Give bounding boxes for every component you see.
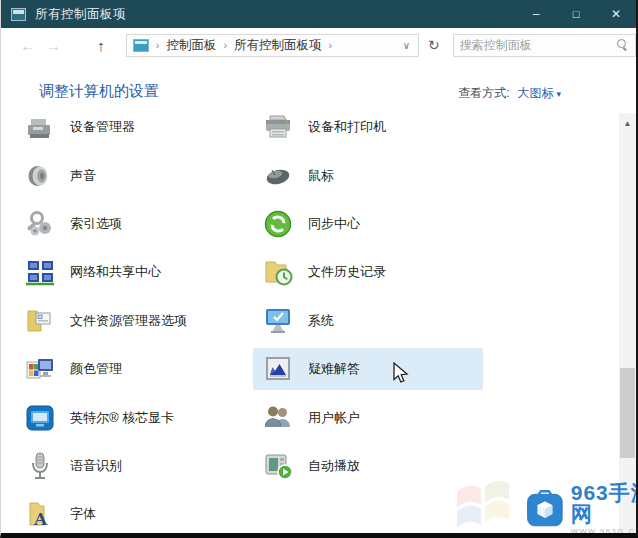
breadcrumb-all-items[interactable]: 所有控制面板项 <box>234 37 322 54</box>
cpl-item-indexing-options[interactable]: 索引选项 <box>15 200 253 248</box>
color-management-icon <box>24 353 56 385</box>
close-button[interactable]: ✕ <box>596 0 636 28</box>
watermark-963: 963手游网 WWW.963G.COM <box>526 482 638 536</box>
cpl-item-label: 文件历史记录 <box>308 263 386 281</box>
scrollbar[interactable]: ▲ <box>619 113 636 533</box>
caret-down-icon[interactable]: ▾ <box>556 89 561 99</box>
cpl-item-sync-center[interactable]: 同步中心 <box>253 200 619 248</box>
cpl-item-label: 系统 <box>308 312 334 330</box>
cpl-item-label: 文件资源管理器选项 <box>70 312 187 330</box>
cpl-item-label: 疑难解答 <box>308 360 360 378</box>
cpl-item-file-history[interactable]: 文件历史记录 <box>253 248 619 296</box>
cpl-item-label: 字体 <box>70 505 96 523</box>
page-header: 调整计算机的设置 查看方式:大图标▾ <box>1 62 619 113</box>
minimize-button[interactable]: – <box>516 0 556 28</box>
breadcrumb-control-panel[interactable]: 控制面板 <box>166 37 216 54</box>
device-manager-icon <box>24 113 56 143</box>
breadcrumb-separator: › <box>329 39 333 51</box>
cpl-item-fonts[interactable]: A 字体 <box>15 490 253 533</box>
cpl-item-label: 英特尔® 核芯显卡 <box>70 409 174 427</box>
cpl-item-label: 声音 <box>70 167 96 185</box>
window-title: 所有控制面板项 <box>35 6 126 23</box>
cpl-item-mouse[interactable]: 鼠标 <box>253 151 619 199</box>
speech-recognition-icon <box>24 450 56 482</box>
chevron-down-icon[interactable]: ∨ <box>399 40 414 51</box>
maximize-button[interactable]: □ <box>556 0 596 28</box>
cpl-item-label: 设备和打印机 <box>308 118 386 136</box>
control-panel-small-icon <box>133 39 149 52</box>
view-by-label: 查看方式: <box>458 86 509 100</box>
view-by-value[interactable]: 大图标 <box>517 86 553 100</box>
cpl-item-troubleshooting[interactable]: 疑难解答 <box>253 345 619 393</box>
user-accounts-icon <box>262 402 294 434</box>
intel-graphics-icon <box>24 402 56 434</box>
breadcrumb-separator: › <box>223 39 227 51</box>
watermark-site-name: 963手游网 <box>571 482 638 524</box>
navigation-bar: ← → ↑ › 控制面板 › 所有控制面板项 › ∨ ↻ <box>1 28 636 62</box>
cpl-item-file-explorer-options[interactable]: 文件资源管理器选项 <box>15 297 253 345</box>
cpl-item-label: 鼠标 <box>308 167 334 185</box>
address-bar[interactable]: › 控制面板 › 所有控制面板项 › ∨ <box>126 34 419 57</box>
watermark-963-logo-icon <box>526 486 564 531</box>
mouse-cursor <box>390 362 412 390</box>
page-title: 调整计算机的设置 <box>39 82 159 101</box>
back-icon[interactable]: ← <box>15 37 41 54</box>
scrollbar-up-icon[interactable]: ▲ <box>619 119 636 128</box>
search-icon <box>617 39 629 51</box>
troubleshooting-icon <box>262 353 294 385</box>
network-sharing-icon <box>24 256 56 288</box>
fonts-icon: A <box>24 498 56 530</box>
search-input[interactable] <box>460 38 617 52</box>
cpl-item-intel-graphics[interactable]: 英特尔® 核芯显卡 <box>15 393 253 441</box>
svg-text:A: A <box>33 509 48 529</box>
sync-center-icon <box>262 208 294 240</box>
watermark-site-url: WWW.963G.COM <box>571 528 638 536</box>
system-icon <box>262 305 294 337</box>
control-panel-window: 所有控制面板项 – □ ✕ ← → ↑ › 控制面板 › 所有控制面板项 › ∨… <box>0 0 638 538</box>
up-icon[interactable]: ↑ <box>88 37 114 54</box>
cpl-item-system[interactable]: 系统 <box>253 297 619 345</box>
cpl-item-label: 设备管理器 <box>70 118 135 136</box>
cpl-item-label: 颜色管理 <box>70 360 122 378</box>
forward-icon[interactable]: → <box>41 37 67 54</box>
titlebar: 所有控制面板项 – □ ✕ <box>1 0 636 28</box>
control-panel-icon <box>11 8 26 21</box>
autoplay-icon <box>262 450 294 482</box>
cpl-item-devices-printers[interactable]: 设备和打印机 <box>253 113 619 151</box>
items-grid: 设备管理器 声音 索引选项 网络和共享中心 文件资源管理器选项 颜色管理 英特尔… <box>2 113 619 533</box>
cpl-item-network-sharing-center[interactable]: 网络和共享中心 <box>15 248 253 296</box>
indexing-options-icon <box>24 208 56 240</box>
breadcrumb-separator: › <box>156 39 160 51</box>
mouse-icon <box>262 160 294 192</box>
cpl-item-label: 用户帐户 <box>308 409 360 427</box>
cpl-item-label: 同步中心 <box>308 215 360 233</box>
cpl-item-label: 自动播放 <box>308 457 360 475</box>
scrollbar-thumb[interactable] <box>620 368 635 458</box>
file-explorer-options-icon <box>24 305 56 337</box>
devices-printers-icon <box>262 113 294 143</box>
items-area: 设备管理器 声音 索引选项 网络和共享中心 文件资源管理器选项 颜色管理 英特尔… <box>2 113 619 533</box>
sound-icon <box>24 160 56 192</box>
cpl-item-color-management[interactable]: 颜色管理 <box>15 345 253 393</box>
search-box[interactable] <box>453 34 636 57</box>
view-by-control: 查看方式:大图标▾ <box>458 85 561 102</box>
cpl-item-device-manager[interactable]: 设备管理器 <box>15 113 253 151</box>
cpl-item-label: 网络和共享中心 <box>70 263 161 281</box>
refresh-icon[interactable]: ↻ <box>423 37 445 53</box>
cpl-item-speech-recognition[interactable]: 语音识别 <box>15 442 253 490</box>
cpl-item-label: 索引选项 <box>70 215 122 233</box>
cpl-item-user-accounts[interactable]: 用户帐户 <box>253 393 619 441</box>
cpl-item-sound[interactable]: 声音 <box>15 151 253 199</box>
cpl-item-label: 语音识别 <box>70 457 122 475</box>
file-history-icon <box>262 256 294 288</box>
